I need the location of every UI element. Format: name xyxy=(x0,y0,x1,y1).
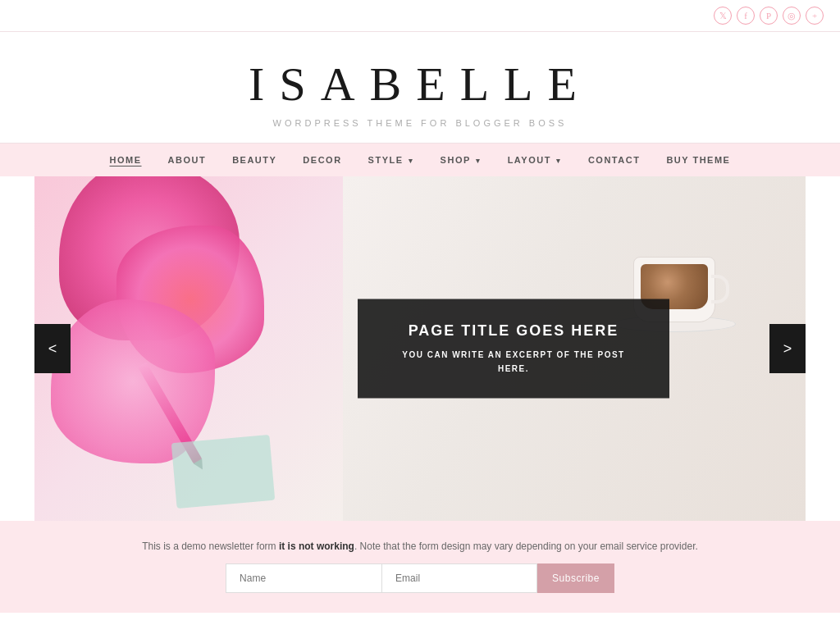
nav-item-beauty: BEAUTY xyxy=(219,144,290,176)
nav-item-contact: CONTACT xyxy=(575,144,653,176)
newsletter-notice-end: . Note that the form design may vary dep… xyxy=(354,541,698,552)
main-nav: HOME ABOUT BEAUTY DECOR STYLE ▾ SHOP ▾ L… xyxy=(0,144,840,176)
nav-item-decor: DECOR xyxy=(290,144,354,176)
slide-caption: PAGE TITLE GOES HERE YOU CAN WRITE AN EX… xyxy=(358,299,669,399)
nav-link-shop[interactable]: SHOP ▾ xyxy=(427,144,495,176)
nav-item-layout: LAYOUT ▾ xyxy=(495,144,575,176)
instagram-icon[interactable]: ◎ xyxy=(783,7,801,25)
nav-item-buy-theme: BUY THEME xyxy=(653,144,743,176)
nav-item-style: STYLE ▾ xyxy=(355,144,427,176)
top-bar: 𝕏 f P ◎ + xyxy=(0,0,840,31)
nav-link-about[interactable]: ABOUT xyxy=(155,144,220,176)
newsletter-notice-bold: it is not working xyxy=(279,541,354,552)
newsletter-email-input[interactable] xyxy=(381,563,537,593)
site-title: ISABELLE xyxy=(16,57,824,112)
newsletter-form: Subscribe xyxy=(16,563,824,593)
notebook xyxy=(171,435,276,509)
newsletter-section: This is a demo newsletter form it is not… xyxy=(0,521,840,613)
plus-icon[interactable]: + xyxy=(806,7,824,25)
hero-image: PAGE TITLE GOES HERE YOU CAN WRITE AN EX… xyxy=(34,176,806,521)
nav-link-buy-theme[interactable]: BUY THEME xyxy=(653,144,743,176)
site-header: ISABELLE WORDPRESS THEME FOR BLOGGER BOS… xyxy=(0,31,840,144)
social-icons: 𝕏 f P ◎ + xyxy=(714,7,824,25)
slider-prev-button[interactable]: < xyxy=(34,324,71,373)
style-dropdown-arrow: ▾ xyxy=(409,157,414,165)
nav-item-home: HOME xyxy=(97,144,155,176)
slide-excerpt: YOU CAN WRITE AN EXCERPT OF THE POST HER… xyxy=(390,348,637,376)
hero-slider: PAGE TITLE GOES HERE YOU CAN WRITE AN EX… xyxy=(34,176,806,521)
newsletter-notice: This is a demo newsletter form it is not… xyxy=(16,541,824,552)
subscribe-button[interactable]: Subscribe xyxy=(537,563,614,593)
nav-item-about: ABOUT xyxy=(155,144,220,176)
layout-dropdown-arrow: ▾ xyxy=(556,157,562,165)
facebook-icon[interactable]: f xyxy=(737,7,755,25)
nav-link-home[interactable]: HOME xyxy=(97,144,155,176)
nav-link-style[interactable]: STYLE ▾ xyxy=(355,144,427,176)
newsletter-notice-text: This is a demo newsletter form xyxy=(142,541,279,552)
nav-link-contact[interactable]: CONTACT xyxy=(575,144,653,176)
nav-link-decor[interactable]: DECOR xyxy=(290,144,354,176)
twitter-icon[interactable]: 𝕏 xyxy=(714,7,732,25)
nav-link-layout[interactable]: LAYOUT ▾ xyxy=(495,144,575,176)
nav-link-beauty[interactable]: BEAUTY xyxy=(219,144,290,176)
cup-handle xyxy=(711,275,729,303)
slider-next-button[interactable]: > xyxy=(769,324,806,373)
page-wrapper: 𝕏 f P ◎ + ISABELLE WORDPRESS THEME FOR B… xyxy=(0,0,840,613)
nav-item-shop: SHOP ▾ xyxy=(427,144,495,176)
nav-list: HOME ABOUT BEAUTY DECOR STYLE ▾ SHOP ▾ L… xyxy=(0,144,840,176)
shop-dropdown-arrow: ▾ xyxy=(476,157,482,165)
newsletter-name-input[interactable] xyxy=(226,563,381,593)
pinterest-icon[interactable]: P xyxy=(760,7,778,25)
slide-title: PAGE TITLE GOES HERE xyxy=(390,322,637,340)
site-tagline: WORDPRESS THEME FOR BLOGGER BOSS xyxy=(16,118,824,128)
